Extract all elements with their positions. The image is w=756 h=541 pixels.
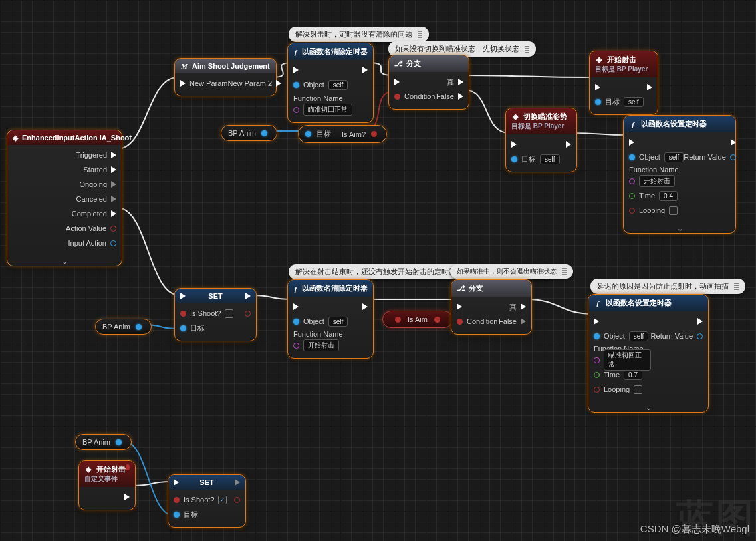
exec-pin-in[interactable]: [293, 67, 299, 73]
data-pin[interactable]: [110, 240, 116, 246]
event-icon: ◈: [84, 466, 92, 474]
node-aim-shoot[interactable]: MAim Shoot Judgement New Param New Param…: [174, 58, 277, 96]
data-pin[interactable]: [395, 317, 401, 323]
data-pin[interactable]: [245, 311, 251, 317]
watermark-text: CSDN @暮志未晚Webgl: [640, 523, 749, 536]
node-switch-aim-pose[interactable]: ◈切换瞄准姿势目标是 BP Player 目标self: [505, 108, 577, 172]
exec-pin-out[interactable]: [124, 494, 130, 500]
exec-pin-in[interactable]: [594, 318, 599, 325]
data-pin[interactable]: [371, 131, 377, 137]
var-is-aim-2[interactable]: Is Aim: [382, 311, 453, 328]
data-pin[interactable]: [511, 156, 517, 162]
var-bp-anim-1[interactable]: BP Anim: [221, 125, 277, 141]
exec-pin-in[interactable]: [595, 84, 600, 90]
exec-pin-out[interactable]: [566, 141, 571, 148]
node-clear-timer-2[interactable]: f以函数名清除定时器 Objectself Function Name 开始射击: [287, 279, 374, 359]
data-pin[interactable]: [234, 497, 240, 503]
exec-pin-out[interactable]: [276, 80, 281, 87]
data-pin[interactable]: [629, 208, 635, 214]
exec-pin-out[interactable]: [111, 196, 116, 202]
data-pin[interactable]: [293, 343, 299, 349]
function-icon: f: [293, 48, 298, 56]
data-pin[interactable]: [136, 324, 142, 330]
branch-icon: ⎇: [457, 285, 465, 293]
node-clear-timer-1[interactable]: f以函数名清除定时器 Objectself Function Name 瞄准切回…: [287, 43, 374, 123]
exec-pin-in[interactable]: [180, 293, 186, 299]
exec-pin-in[interactable]: [293, 303, 299, 310]
var-is-aim[interactable]: 目标Is Aim?: [298, 125, 387, 143]
data-pin[interactable]: [293, 107, 299, 113]
data-pin[interactable]: [595, 99, 601, 105]
data-pin[interactable]: [594, 357, 600, 363]
exec-pin-out[interactable]: [697, 318, 703, 325]
exec-pin-in[interactable]: [174, 479, 179, 486]
function-icon: f: [594, 299, 602, 307]
event-icon: ◈: [13, 134, 18, 142]
data-pin[interactable]: [697, 333, 703, 339]
exec-pin-out[interactable]: [245, 293, 251, 299]
data-pin[interactable]: [629, 154, 635, 160]
data-pin[interactable]: [594, 387, 600, 393]
data-pin[interactable]: [110, 226, 116, 232]
node-set-timer-2[interactable]: f以函数名设置定时器 Objectself Function Name 瞄准切回…: [588, 294, 709, 413]
data-pin[interactable]: [174, 497, 180, 503]
exec-pin-out[interactable]: [521, 318, 526, 325]
data-pin[interactable]: [730, 154, 736, 160]
macro-icon: M: [180, 62, 188, 70]
data-pin[interactable]: [594, 372, 600, 378]
data-pin[interactable]: [293, 319, 299, 325]
exec-pin-in[interactable]: [629, 139, 634, 146]
node-custom-event[interactable]: ◈开始射击自定义事件: [78, 460, 136, 510]
data-pin[interactable]: [180, 311, 186, 317]
expand-toggle[interactable]: ⌄: [588, 402, 708, 412]
data-pin[interactable]: [174, 512, 180, 518]
var-bp-anim-3[interactable]: BP Anim: [75, 434, 132, 450]
data-pin[interactable]: [629, 193, 635, 199]
comment-1: 解决射击时，定时器没有清除的问题: [289, 27, 429, 42]
exec-pin-out[interactable]: [458, 93, 463, 100]
exec-pin-out[interactable]: [362, 303, 368, 310]
node-branch-1[interactable]: ⎇分支 Condition 真 False: [388, 55, 469, 110]
node-set-timer-1[interactable]: f以函数名设置定时器 Objectself Function Name 开始射击…: [623, 115, 736, 234]
data-pin[interactable]: [594, 333, 600, 339]
exec-pin-out[interactable]: [111, 181, 116, 188]
exec-pin-in[interactable]: [394, 79, 400, 85]
node-set-1[interactable]: SET Is Shoot? 目标: [174, 288, 257, 341]
exec-pin-out[interactable]: [111, 210, 116, 217]
expand-toggle[interactable]: ⌄: [624, 223, 735, 233]
exec-pin-out[interactable]: [731, 139, 736, 146]
function-icon: f: [293, 285, 298, 293]
exec-pin-out[interactable]: [362, 67, 368, 73]
delegate-pin[interactable]: [126, 464, 130, 470]
exec-pin-out[interactable]: [111, 166, 116, 173]
exec-pin-out[interactable]: [458, 79, 463, 85]
data-pin[interactable]: [629, 178, 635, 184]
data-pin[interactable]: [180, 325, 186, 331]
data-pin[interactable]: [293, 82, 299, 88]
node-begin-shoot-call[interactable]: ◈开始射击目标是 BP Player 目标self: [589, 51, 658, 115]
expand-toggle[interactable]: ⌄: [7, 256, 122, 266]
data-pin[interactable]: [434, 317, 440, 323]
exec-pin-out[interactable]: [521, 303, 526, 310]
data-pin[interactable]: [261, 130, 267, 136]
exec-pin-out[interactable]: [111, 152, 116, 158]
exec-pin-in[interactable]: [511, 141, 517, 148]
exec-pin-in[interactable]: [457, 303, 462, 310]
node-enhanced-input[interactable]: ◈EnhancedInputAction IA_Shoot Triggered …: [7, 130, 122, 266]
exec-pin-in[interactable]: [180, 80, 186, 87]
node-branch-2[interactable]: ⎇分支 Condition 真 False: [451, 279, 532, 335]
branch-icon: ⎇: [394, 60, 402, 68]
event-icon: ◈: [511, 113, 519, 121]
exec-pin-out[interactable]: [647, 84, 652, 90]
data-pin[interactable]: [457, 319, 463, 325]
function-icon: f: [629, 120, 637, 128]
data-pin[interactable]: [394, 94, 400, 100]
event-icon: ◈: [595, 56, 603, 64]
data-pin[interactable]: [305, 131, 311, 137]
comment-3b: 如果瞄准中，则不会退出瞄准状态: [450, 264, 573, 279]
node-set-2[interactable]: SET Is Shoot?✓ 目标: [168, 474, 246, 528]
var-bp-anim-2[interactable]: BP Anim: [95, 319, 152, 335]
comment-4: 延迟的原因是因为防止点射时，动画抽搐: [590, 279, 745, 294]
exec-pin-out[interactable]: [235, 479, 240, 486]
data-pin[interactable]: [116, 439, 122, 445]
